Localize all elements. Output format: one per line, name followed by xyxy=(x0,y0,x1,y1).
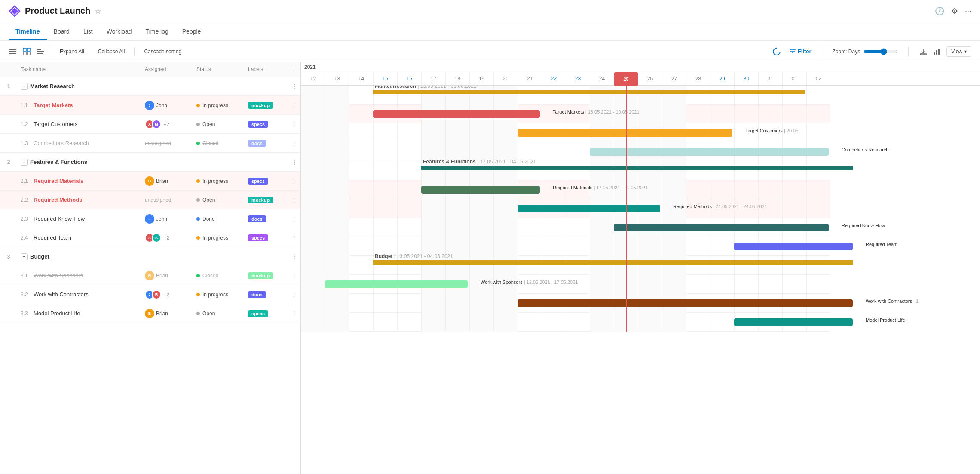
gantt-cell xyxy=(686,105,710,123)
row-actions-button[interactable]: ⋮ xyxy=(288,194,300,206)
row-actions-button[interactable]: ⋮ xyxy=(288,308,300,319)
tab-workload[interactable]: Workload xyxy=(100,24,139,39)
gantt-cell xyxy=(469,313,493,332)
gantt-cell xyxy=(566,142,590,161)
gantt-cell xyxy=(806,256,830,275)
gantt-cell xyxy=(301,86,325,105)
view-button[interactable]: View ▾ xyxy=(946,46,971,57)
gantt-cell xyxy=(758,180,782,199)
star-icon[interactable]: ☆ xyxy=(95,6,101,16)
row-actions-button[interactable]: ⋮ xyxy=(288,99,300,111)
toolbar: Expand All Collapse All Cascade sorting … xyxy=(0,41,980,62)
task-sub: 1.2 xyxy=(21,121,31,127)
gantt-cell xyxy=(349,218,373,237)
avatar: B xyxy=(145,176,154,186)
gantt-cell xyxy=(301,218,325,237)
gantt-day-cell: 28 xyxy=(686,72,710,85)
tab-people[interactable]: People xyxy=(175,24,208,39)
gantt-panel[interactable]: 2021 12131415161718192021222324252627282… xyxy=(301,62,980,474)
gantt-cell xyxy=(566,86,590,105)
gantt-cell xyxy=(301,123,325,142)
row-name-cell: 2.4Required Team xyxy=(17,232,141,243)
add-column-button[interactable]: + xyxy=(288,65,300,74)
row-actions-button[interactable]: ⋮ xyxy=(288,118,300,130)
row-status-cell: Done xyxy=(193,213,245,225)
chart-icon[interactable] xyxy=(933,47,941,56)
gantt-cell xyxy=(445,294,469,313)
task-row: 2.3Required Know-HowJJohnDonedocs⋮ xyxy=(0,209,300,228)
zoom-slider[interactable] xyxy=(864,48,898,55)
gantt-day-cell: 01 xyxy=(782,72,806,85)
row-actions-button[interactable]: ⋮ xyxy=(288,137,300,149)
gantt-cell xyxy=(782,180,806,199)
settings-icon[interactable]: ⚙ xyxy=(951,6,958,16)
task-sub: 3.3 xyxy=(21,311,31,317)
gantt-cell xyxy=(638,105,662,123)
row-actions-button[interactable]: ⋮ xyxy=(288,289,300,300)
row-name-cell: 2.1Required Materials xyxy=(17,175,141,187)
left-panel: Task name Assigned Status Labels + 1−Mar… xyxy=(0,62,301,474)
status-dot xyxy=(196,179,200,183)
gantt-cell xyxy=(469,199,493,218)
task-sub: 3.2 xyxy=(21,292,31,298)
gantt-cell xyxy=(734,161,758,180)
gantt-cell xyxy=(301,161,325,180)
gantt-cell xyxy=(493,294,518,313)
collapse-view-icon[interactable] xyxy=(36,47,45,56)
tab-timeline[interactable]: Timeline xyxy=(9,24,47,39)
collapse-icon[interactable]: − xyxy=(21,253,28,260)
gantt-cell xyxy=(518,218,542,237)
row-assigned-cell: JJohn xyxy=(141,98,193,113)
row-actions-button[interactable]: ⋮ xyxy=(288,156,300,168)
expand-all-button[interactable]: Expand All xyxy=(55,46,89,57)
filter-button[interactable]: Filter xyxy=(789,48,812,55)
collapse-icon[interactable]: − xyxy=(21,83,28,90)
row-actions-button[interactable]: ⋮ xyxy=(288,213,300,225)
gantt-cell xyxy=(301,256,325,275)
gantt-cell xyxy=(518,86,542,105)
grid-view-icon[interactable] xyxy=(22,47,31,56)
row-actions-button[interactable]: ⋮ xyxy=(288,80,300,92)
gantt-bar xyxy=(518,205,660,212)
svg-rect-14 xyxy=(938,49,940,55)
status-dot xyxy=(196,217,200,221)
gantt-cell xyxy=(349,142,373,161)
row-labels-cell xyxy=(245,160,288,165)
gantt-cell xyxy=(325,256,349,275)
task-name: Required Know-How xyxy=(34,215,85,222)
row-actions-button[interactable]: ⋮ xyxy=(288,270,300,281)
status-dot xyxy=(196,198,200,202)
gantt-cell xyxy=(421,199,445,218)
more-icon[interactable]: ··· xyxy=(965,6,971,15)
tab-list[interactable]: List xyxy=(77,24,100,39)
avatar-group: AM xyxy=(145,120,161,129)
gantt-cell xyxy=(614,313,638,332)
refresh-icon[interactable] xyxy=(771,46,782,57)
tab-board[interactable]: Board xyxy=(47,24,77,39)
list-view-icon[interactable] xyxy=(9,47,17,56)
gantt-cell xyxy=(566,161,590,180)
task-sub: 2.4 xyxy=(21,235,31,241)
row-labels-cell: specs xyxy=(245,118,288,130)
row-actions-button[interactable]: ⋮ xyxy=(288,251,300,262)
history-icon[interactable]: 🕐 xyxy=(935,6,944,16)
tab-timelog[interactable]: Time log xyxy=(139,24,175,39)
export-icon[interactable] xyxy=(919,47,928,56)
gantt-cell xyxy=(782,199,806,218)
collapse-icon[interactable]: − xyxy=(21,159,28,166)
gantt-cell xyxy=(373,180,397,199)
row-actions-button[interactable]: ⋮ xyxy=(288,175,300,187)
label-badge: docs xyxy=(248,215,266,222)
task-name: Budget xyxy=(30,253,49,260)
gantt-cell xyxy=(758,161,782,180)
gantt-cell xyxy=(686,86,710,105)
row-actions-button[interactable]: ⋮ xyxy=(288,232,300,243)
bar-label: Work with Contractors xyxy=(866,299,912,304)
gantt-cell xyxy=(397,313,421,332)
cascade-sorting-button[interactable]: Cascade sorting xyxy=(140,46,186,57)
gantt-cell xyxy=(710,105,734,123)
gantt-cell xyxy=(445,123,469,142)
gantt-row: Model Product Life xyxy=(301,313,830,332)
gantt-cell xyxy=(686,180,710,199)
collapse-all-button[interactable]: Collapse All xyxy=(94,46,129,57)
